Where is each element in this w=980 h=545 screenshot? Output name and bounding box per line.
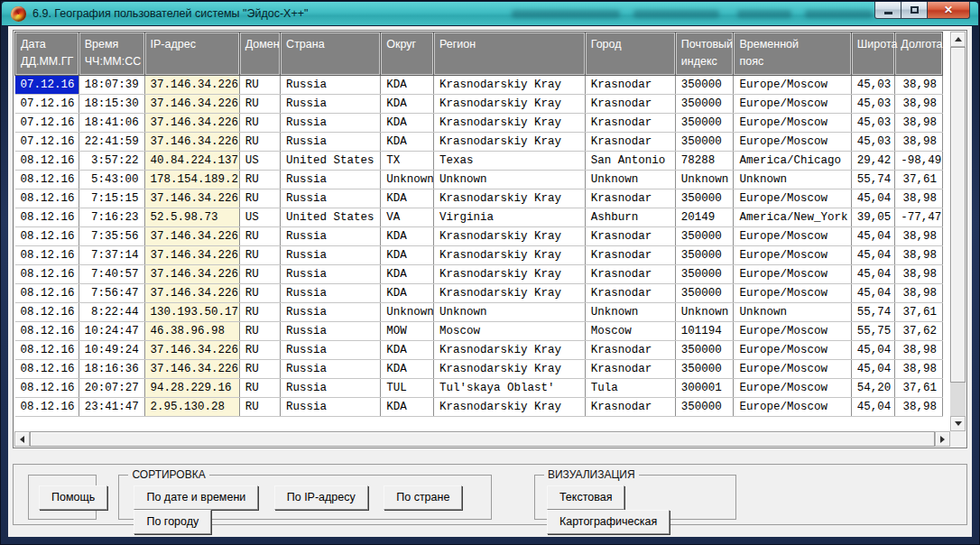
table-cell[interactable]: 350000 xyxy=(675,398,734,417)
table-cell[interactable]: 37.146.34.226 xyxy=(144,246,239,265)
table-cell[interactable]: Europe/Moscow xyxy=(734,265,851,284)
table-cell[interactable]: Krasnodar xyxy=(585,246,675,265)
table-cell[interactable]: 20:07:27 xyxy=(79,379,144,398)
table-cell[interactable]: 130.193.50.17 xyxy=(144,303,239,322)
table-cell[interactable]: Europe/Moscow xyxy=(734,227,851,246)
table-cell[interactable]: 37.146.34.226 xyxy=(144,360,239,379)
sort-by-city-button[interactable]: По городу xyxy=(134,510,211,534)
table-cell[interactable]: 46.38.96.98 xyxy=(144,322,239,341)
table-cell[interactable]: RU xyxy=(239,341,280,360)
table-cell[interactable]: 350000 xyxy=(675,341,734,360)
column-header[interactable]: Страна xyxy=(281,32,381,76)
table-cell[interactable]: Krasnodar xyxy=(585,265,675,284)
table-cell[interactable]: 45,04 xyxy=(851,341,895,360)
table-cell[interactable]: Krasnodar xyxy=(585,360,675,379)
table-cell[interactable]: 37,62 xyxy=(895,322,943,341)
scroll-left-button[interactable] xyxy=(14,431,30,447)
table-cell[interactable]: 08.12.16 xyxy=(15,189,79,208)
table-cell[interactable]: Europe/Moscow xyxy=(734,189,851,208)
table-cell[interactable]: 45,03 xyxy=(851,114,895,133)
table-cell[interactable]: 45,03 xyxy=(851,95,895,114)
table-cell[interactable]: 07.12.16 xyxy=(15,95,79,114)
table-cell[interactable]: 23:41:47 xyxy=(79,398,144,417)
table-cell[interactable]: 45,03 xyxy=(851,76,895,95)
close-button[interactable]: ✕ xyxy=(928,2,970,19)
table-cell[interactable]: Russia xyxy=(281,341,381,360)
sort-by-ip-button[interactable]: По IP-адресу xyxy=(274,485,368,510)
table-cell[interactable]: 45,04 xyxy=(851,246,895,265)
table-cell[interactable]: 2.95.130.28 xyxy=(144,398,239,417)
sort-by-date-button[interactable]: По дате и времени xyxy=(134,485,258,510)
table-cell[interactable]: Krasnodar xyxy=(585,95,675,114)
table-cell[interactable]: Krasnodarskiy Kray xyxy=(433,360,585,379)
table-cell[interactable]: 94.28.229.16 xyxy=(144,379,239,398)
table-cell[interactable]: Unknown xyxy=(675,303,734,322)
table-cell[interactable]: Russia xyxy=(281,322,381,341)
table-cell[interactable]: 38,98 xyxy=(895,360,943,379)
table-cell[interactable]: KDA xyxy=(381,284,434,303)
table-cell[interactable]: Russia xyxy=(281,303,381,322)
table-cell[interactable]: 07.12.16 xyxy=(15,114,79,133)
table-cell[interactable]: 08.12.16 xyxy=(15,379,79,398)
table-cell[interactable]: 08.12.16 xyxy=(15,284,79,303)
table-cell[interactable]: 8:22:44 xyxy=(79,303,144,322)
table-cell[interactable]: 38,98 xyxy=(895,189,943,208)
scroll-up-button[interactable] xyxy=(950,32,966,47)
table-cell[interactable]: KDA xyxy=(381,246,434,265)
table-cell[interactable]: United States xyxy=(281,208,381,227)
table-cell[interactable]: 55,75 xyxy=(851,322,895,341)
table-cell[interactable]: RU xyxy=(239,76,280,95)
table-cell[interactable]: 18:16:36 xyxy=(79,360,144,379)
table-cell[interactable]: RU xyxy=(239,360,280,379)
vertical-scrollbar[interactable] xyxy=(950,32,966,431)
table-cell[interactable]: Unknown xyxy=(734,171,851,189)
table-cell[interactable]: 08.12.16 xyxy=(15,341,79,360)
horizontal-scrollbar[interactable] xyxy=(14,431,950,447)
table-cell[interactable]: RU xyxy=(239,398,280,417)
table-cell[interactable]: Krasnodarskiy Kray xyxy=(433,341,585,360)
table-cell[interactable]: Unknown xyxy=(433,303,585,322)
table-cell[interactable]: 45,04 xyxy=(851,265,895,284)
scroll-right-button[interactable] xyxy=(935,431,950,447)
table-cell[interactable]: 38,98 xyxy=(895,398,943,417)
table-cell[interactable]: 55,74 xyxy=(851,303,895,322)
table-cell[interactable]: 08.12.16 xyxy=(15,171,79,189)
column-header[interactable]: Дата ДД.ММ.ГГ xyxy=(15,32,79,76)
table-cell[interactable]: Europe/Moscow xyxy=(734,398,851,417)
table-cell[interactable]: Krasnodar xyxy=(585,76,675,95)
table-cell[interactable]: 10:49:24 xyxy=(79,341,144,360)
table-cell[interactable]: 45,03 xyxy=(851,133,895,152)
table-cell[interactable]: Krasnodarskiy Kray xyxy=(433,133,585,152)
table-cell[interactable]: Unknown xyxy=(381,303,434,322)
table-cell[interactable]: RU xyxy=(239,246,280,265)
table-cell[interactable]: Europe/Moscow xyxy=(734,341,851,360)
table-cell[interactable]: 350000 xyxy=(675,95,734,114)
table-cell[interactable]: 78288 xyxy=(675,152,734,171)
table-cell[interactable]: Europe/Moscow xyxy=(734,246,851,265)
column-header[interactable]: Город xyxy=(585,32,675,76)
table-cell[interactable]: Krasnodarskiy Kray xyxy=(433,398,585,417)
column-header[interactable]: Округ xyxy=(381,32,434,76)
table-cell[interactable]: 08.12.16 xyxy=(15,208,79,227)
table-cell[interactable]: 101194 xyxy=(675,322,734,341)
table-cell[interactable]: 5:43:00 xyxy=(79,171,144,189)
table-cell[interactable]: 54,20 xyxy=(851,379,895,398)
table-cell[interactable]: 08.12.16 xyxy=(15,152,79,171)
table-cell[interactable]: 38,98 xyxy=(895,341,943,360)
table-cell[interactable]: -77,47 xyxy=(895,208,943,227)
table-cell[interactable]: Krasnodarskiy Kray xyxy=(433,95,585,114)
table-cell[interactable]: San Antonio xyxy=(585,152,675,171)
table-cell[interactable]: 178.154.189.2 xyxy=(144,171,239,189)
table-cell[interactable]: 45,04 xyxy=(851,360,895,379)
sort-by-country-button[interactable]: По стране xyxy=(384,485,462,510)
table-cell[interactable]: 350000 xyxy=(675,265,734,284)
table-cell[interactable]: 350000 xyxy=(675,76,734,95)
table-cell[interactable]: RU xyxy=(239,265,280,284)
table-cell[interactable]: Krasnodarskiy Kray xyxy=(433,246,585,265)
table-cell[interactable]: 38,98 xyxy=(895,246,943,265)
table-cell[interactable]: 37.146.34.226 xyxy=(144,95,239,114)
vertical-scroll-thumb[interactable] xyxy=(950,47,966,383)
table-cell[interactable]: 37,61 xyxy=(895,303,943,322)
table-cell[interactable]: 37.146.34.226 xyxy=(144,341,239,360)
table-cell[interactable]: 38,98 xyxy=(895,284,943,303)
